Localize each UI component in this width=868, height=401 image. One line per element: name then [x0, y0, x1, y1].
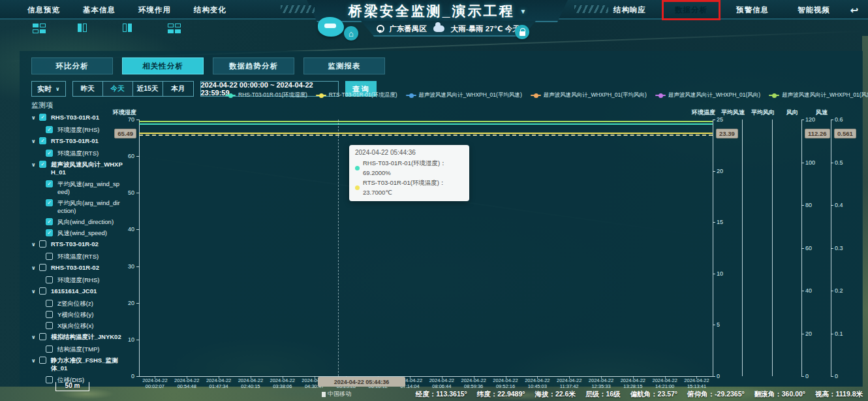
status-item: 纬度：22.9489°: [477, 390, 525, 399]
tree-checkbox[interactable]: ✓: [46, 229, 53, 236]
top-header: 信息预览基本信息环境作用结构变化 桥梁安全监测_演示工程 ▼ ⌂ 广东番禺区 大…: [0, 0, 868, 38]
tree-checkbox[interactable]: [39, 264, 46, 271]
nav-item-预警信息[interactable]: 预警信息: [727, 3, 778, 18]
tree-node-label: RTS-T03-01R-01: [51, 137, 123, 145]
tab-监测报表[interactable]: 监测报表: [303, 57, 385, 74]
legend-label: 超声波风速风向计_WHXPH_01(平均风向): [544, 91, 647, 99]
tree-checkbox[interactable]: [39, 287, 46, 295]
tree-checkbox[interactable]: ✓: [46, 126, 53, 133]
sidebar-title: 监测项: [31, 101, 53, 110]
tree-node[interactable]: ∨✓超声波风速风向计_WHXPH_01: [31, 161, 123, 176]
quick-range-本月[interactable]: 本月: [163, 82, 193, 96]
legend-item[interactable]: RHS-T03-01R-01(环境湿度): [225, 91, 307, 99]
legend-item[interactable]: 超声波风速风向计_WHXPH_01(平均风速): [406, 91, 522, 99]
tree-leaf[interactable]: Z竖向位移(z): [31, 300, 123, 308]
nav-left: 信息预览基本信息环境作用结构变化: [18, 3, 236, 18]
tree-checkbox[interactable]: ✓: [39, 114, 46, 121]
tree-node-label: RTS-T03-01R-02: [51, 240, 123, 248]
tree-checkbox[interactable]: [46, 376, 53, 383]
tree-checkbox[interactable]: ✓: [46, 180, 53, 187]
tab-环比分析[interactable]: 环比分析: [31, 57, 113, 74]
legend-item[interactable]: RTS-T03-01R-01(环境温度): [316, 91, 397, 99]
tree-checkbox[interactable]: [46, 300, 53, 307]
tree-node[interactable]: ∨✓RHS-T03-01R-01: [31, 114, 123, 122]
tree-leaf-label: Y横向位移(y): [57, 311, 123, 319]
legend-label: 超声波风速风向计_WHXPH_01(风向): [668, 91, 760, 99]
tree-leaf[interactable]: 结构温度(TMP): [31, 345, 123, 353]
tree-leaf[interactable]: X纵向位移(x): [31, 322, 123, 330]
status-item: 俯仰角：-29.2365°: [687, 390, 745, 399]
info-panels-icon[interactable]: [78, 24, 92, 33]
tree-node[interactable]: ∨静力水准仪_FSHS_监测体_01: [31, 357, 123, 372]
home-button[interactable]: ⌂: [344, 26, 358, 40]
expand-caret-icon[interactable]: ∨: [31, 288, 39, 296]
tree-checkbox[interactable]: ✓: [46, 218, 53, 225]
nav-item-信息预览[interactable]: 信息预览: [18, 3, 69, 18]
tree-checkbox[interactable]: [39, 333, 46, 340]
legend-item[interactable]: 超声波风速风向计_WHXPH_01(风速): [769, 91, 868, 99]
nav-item-基本信息[interactable]: 基本信息: [74, 3, 125, 18]
expand-caret-icon[interactable]: ∨: [31, 334, 39, 342]
expand-caret-icon[interactable]: ∨: [31, 265, 39, 272]
title-caret-icon[interactable]: ▼: [519, 8, 526, 15]
map-layers-button[interactable]: [318, 17, 344, 37]
tree-checkbox[interactable]: ✓: [46, 150, 53, 157]
weather-label: 大雨-暴雨 27℃ 今天: [451, 24, 520, 34]
environment-bars-icon[interactable]: [123, 24, 137, 33]
legend-marker-icon: [655, 95, 666, 96]
quick-range-昨天[interactable]: 昨天: [73, 82, 103, 96]
tab-相关性分析[interactable]: 相关性分析: [122, 57, 204, 74]
tree-leaf[interactable]: ✓平均风速(arg_wind_speed): [31, 180, 123, 196]
tree-checkbox[interactable]: ✓: [39, 137, 46, 144]
structure-layout-icon[interactable]: [168, 24, 182, 33]
tree-leaf[interactable]: ✓平均风向(arg_wind_direction): [31, 199, 123, 215]
expand-caret-icon[interactable]: ∨: [31, 161, 39, 169]
tree-leaf[interactable]: ✓风速(wind_speed): [31, 229, 123, 237]
tab-数据趋势分析[interactable]: 数据趋势分析: [213, 57, 294, 74]
tree-node[interactable]: ∨RHS-T03-01R-02: [31, 264, 123, 272]
tree-leaf[interactable]: ✓风向(wind_direction): [31, 218, 123, 226]
tree-node-label: RHS-T03-01R-01: [51, 114, 123, 121]
tree-checkbox[interactable]: [46, 311, 53, 318]
realtime-label: 实时: [37, 84, 52, 94]
nav-item-环境作用[interactable]: 环境作用: [129, 3, 180, 18]
legend-label: RHS-T03-01R-01(环境湿度): [238, 91, 307, 99]
tree-node[interactable]: ∨✓RTS-T03-01R-01: [31, 137, 123, 146]
tree-checkbox[interactable]: [46, 253, 53, 260]
tree-checkbox[interactable]: [46, 276, 53, 283]
legend-item[interactable]: 超声波风速风向计_WHXPH_01(平均风向): [531, 91, 647, 99]
tree-leaf[interactable]: 环境温度(RTS): [31, 253, 123, 261]
quick-range-今天[interactable]: 今天: [103, 82, 133, 96]
lock-button[interactable]: [515, 25, 529, 39]
tree-leaf[interactable]: ✓环境湿度(RHS): [31, 126, 123, 134]
tree-checkbox[interactable]: ✓: [46, 199, 53, 206]
tree-checkbox[interactable]: [46, 322, 53, 329]
weather-bar: 广东番禺区 大雨-暴雨 27℃ 今天: [361, 22, 536, 36]
quick-range-近15天[interactable]: 近15天: [133, 82, 163, 96]
back-button[interactable]: ↩: [845, 3, 864, 18]
tree-checkbox[interactable]: [39, 240, 46, 248]
expand-caret-icon[interactable]: ∨: [31, 357, 39, 365]
overview-grid-icon[interactable]: [33, 24, 47, 33]
tree-leaf[interactable]: 环境湿度(RHS): [31, 276, 123, 284]
nav-item-智能视频[interactable]: 智能视频: [788, 3, 839, 18]
tree-node[interactable]: ∨模拟结构温度计_JNYK02: [31, 333, 123, 342]
chart-legend: RHS-T03-01R-01(环境湿度)RTS-T03-01R-01(环境温度)…: [225, 91, 741, 99]
expand-caret-icon[interactable]: ∨: [31, 241, 39, 249]
expand-caret-icon[interactable]: ∨: [31, 138, 39, 146]
tree-checkbox[interactable]: [46, 345, 53, 353]
nav-item-结构响应[interactable]: 结构响应: [604, 3, 655, 18]
tree-leaf-label: 环境湿度(RHS): [57, 126, 123, 134]
nav-item-数据分析[interactable]: 数据分析: [666, 3, 717, 18]
tree-checkbox[interactable]: [39, 357, 46, 364]
status-item: 偏航角：23.57°: [630, 390, 677, 399]
tree-node[interactable]: ∨16151614_JC01: [31, 287, 123, 296]
tree-node[interactable]: ∨RTS-T03-01R-02: [31, 240, 123, 249]
realtime-select[interactable]: 实时 ∨: [31, 81, 66, 97]
nav-item-结构变化[interactable]: 结构变化: [185, 3, 236, 18]
tree-leaf[interactable]: ✓环境温度(RTS): [31, 150, 123, 157]
legend-item[interactable]: 超声波风速风向计_WHXPH_01(风向): [655, 91, 760, 99]
tree-leaf[interactable]: Y横向位移(y): [31, 311, 123, 319]
tree-checkbox[interactable]: ✓: [39, 161, 46, 168]
expand-caret-icon[interactable]: ∨: [31, 114, 39, 122]
